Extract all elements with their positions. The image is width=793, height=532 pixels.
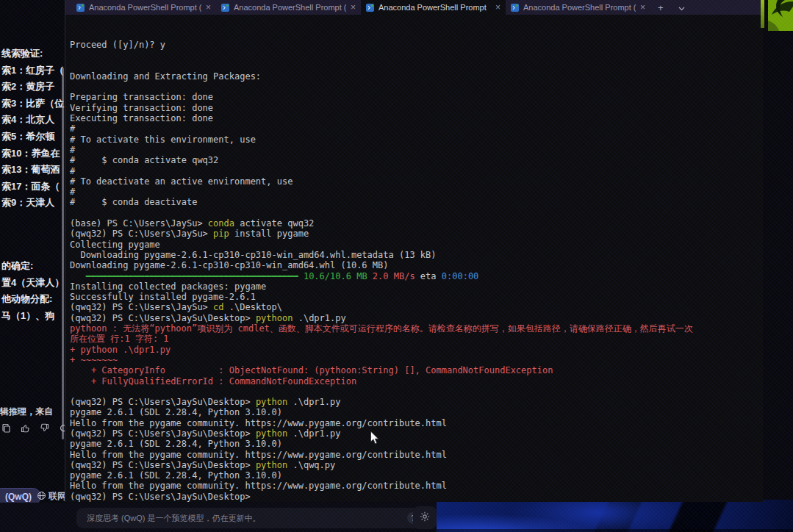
- terminal-line: Downloading pygame-2.6.1-cp310-cp310-win…: [70, 250, 763, 260]
- close-icon[interactable]: ×: [495, 3, 500, 12]
- terminal-line: pygame 2.6.1 (SDL 2.28.4, Python 3.10.0): [70, 470, 763, 481]
- tab-dropdown-button[interactable]: [671, 0, 692, 15]
- powershell-icon: [76, 4, 85, 12]
- model-notice-bar: 深度思考 (QwQ) 是一个预览模型，仍在更新中。 ?: [76, 508, 425, 528]
- desktop-wallpaper: [437, 500, 793, 532]
- terminal-line: Successfully installed pygame-2.6.1: [70, 292, 763, 302]
- terminal-line: Downloading and Extracting Packages:: [70, 71, 763, 82]
- terminal-line: + pythoon .\dpr1.py: [70, 345, 763, 355]
- terminal-output[interactable]: Proceed ([y]/n)? y Downloading and Extra…: [65, 15, 763, 502]
- tab-anaconda-powershell-1[interactable]: Anaconda PowerShell Prompt ( ×: [71, 0, 216, 15]
- chat-scrollbar[interactable]: [62, 68, 64, 439]
- terminal-line: [70, 50, 763, 60]
- terminal-line: + ~~~~~~~: [70, 355, 763, 365]
- tab-title: Anaconda PowerShell Prompt: [378, 3, 491, 12]
- close-icon[interactable]: ×: [206, 3, 211, 12]
- web-search-toggle[interactable]: 联网: [37, 490, 65, 503]
- terminal-line: # To activate this environment, use: [70, 134, 763, 145]
- nvidia-overlay-bar: [761, 0, 764, 28]
- powershell-icon: [366, 4, 374, 12]
- terminal-line: Downloading pygame-2.6.1-cp310-cp310-win…: [70, 260, 763, 270]
- new-tab-button[interactable]: +: [650, 0, 671, 15]
- close-icon[interactable]: ×: [351, 3, 356, 12]
- clue-line: 线索验证:: [1, 46, 63, 62]
- settings-button[interactable]: [413, 506, 437, 529]
- tab-title: Anaconda PowerShell Prompt (: [89, 3, 201, 12]
- web-search-label: 联网: [49, 490, 65, 503]
- gear-icon: [419, 511, 431, 525]
- terminal-line: #: [70, 123, 763, 134]
- clue-line: 索1：红房子（: [1, 62, 63, 79]
- terminal-line: Collecting pygame: [70, 240, 763, 250]
- terminal-tab-bar: Anaconda PowerShell Prompt ( × Anaconda …: [65, 0, 763, 15]
- result-line: 的确定:: [1, 258, 63, 275]
- clue-line: 索9：天津人: [1, 195, 63, 212]
- tab-title: Anaconda PowerShell Prompt (: [523, 3, 636, 12]
- terminal-line: (qwq32) PS C:\Users\JaySu\Desktop> pytho…: [70, 460, 763, 470]
- terminal-line: [70, 82, 763, 92]
- tab-title: Anaconda PowerShell Prompt (: [234, 3, 346, 12]
- result-list: 的确定:置4（天津人）他动物分配:马（1）、狗: [1, 258, 63, 324]
- clue-line: 索2：黄房子: [1, 79, 63, 96]
- mouse-cursor: [370, 431, 380, 448]
- copy-icon[interactable]: [1, 423, 11, 433]
- powershell-icon: [221, 4, 229, 12]
- terminal-line: # $ conda deactivate: [70, 197, 763, 207]
- terminal-line: (qwq32) PS C:\Users\JaySu\Desktop> pytho…: [70, 313, 763, 323]
- terminal-line: Proceed ([y]/n)? y: [70, 40, 763, 50]
- terminal-line: Hello from the pygame community. https:/…: [70, 481, 763, 491]
- clue-line: 索3：比萨（位: [1, 96, 63, 112]
- terminal-line: + CategoryInfo : ObjectNotFound: (pythoo…: [70, 365, 763, 375]
- thumbs-down-icon[interactable]: [40, 423, 49, 433]
- nvidia-overlay-icon[interactable]: [768, 0, 793, 31]
- terminal-line: Installing collected packages: pygame: [70, 281, 763, 292]
- thumbs-up-icon[interactable]: [21, 423, 30, 433]
- clue-line: 索10：养鱼在: [1, 145, 63, 162]
- terminal-line: (qwq32) PS C:\Users\JaySu> pip install p…: [70, 229, 763, 239]
- terminal-line: Hello from the pygame community. https:/…: [70, 450, 763, 460]
- terminal-line: pythoon : 无法将“pythoon”项识别为 cmdlet、函数、脚本文…: [70, 323, 763, 334]
- powershell-icon: [511, 4, 519, 12]
- terminal-line: Hello from the pygame community. https:/…: [70, 418, 763, 428]
- terminal-line: ━━━━━━━━━━━━━━━━━━━━━━━━━━━━━━━━━━━━━━━━…: [70, 271, 763, 281]
- terminal-line: [70, 387, 763, 397]
- terminal-line: [70, 61, 763, 71]
- result-line: 他动物分配:: [1, 291, 63, 308]
- terminal-line: 所在位置 行:1 字符: 1: [70, 334, 763, 344]
- close-icon[interactable]: ×: [640, 3, 645, 12]
- terminal-line: [70, 208, 763, 218]
- tab-anaconda-powershell-2[interactable]: Anaconda PowerShell Prompt ( ×: [216, 0, 361, 15]
- terminal-line: (qwq32) PS C:\Users\JaySu> cd .\Desktop\: [70, 302, 763, 312]
- result-line: 置4（天津人）: [1, 275, 63, 292]
- terminal-line: # $ conda activate qwq32: [70, 155, 763, 165]
- clue-line: 索5：希尔顿: [1, 129, 63, 145]
- clue-line: 索17：面条（: [1, 179, 63, 195]
- globe-icon: [37, 491, 46, 503]
- clue-line: 索13：葡萄酒: [1, 162, 63, 179]
- terminal-line: Executing transaction: done: [70, 113, 763, 123]
- model-notice-text: 深度思考 (QwQ) 是一个预览模型，仍在更新中。: [87, 513, 261, 524]
- terminal-line: Verifying transaction: done: [70, 103, 763, 113]
- tab-anaconda-powershell-3-active[interactable]: Anaconda PowerShell Prompt ×: [361, 0, 506, 15]
- chat-sidebar: 线索验证:索1：红房子（索2：黄房子索3：比萨（位索4：北京人索5：希尔顿索10…: [0, 0, 65, 532]
- clue-line: 索4：北京人: [1, 112, 63, 129]
- terminal-line: + FullyQualifiedErrorId : CommandNotFoun…: [70, 376, 763, 387]
- terminal-line: #: [70, 145, 763, 155]
- chat-footnote: 辑推理，来自: [0, 406, 53, 418]
- tab-anaconda-powershell-4[interactable]: Anaconda PowerShell Prompt ( ×: [506, 0, 650, 15]
- terminal-window: Anaconda PowerShell Prompt ( × Anaconda …: [65, 0, 763, 502]
- terminal-line: Preparing transaction: done: [70, 92, 763, 102]
- chevron-down-icon: [678, 2, 685, 13]
- message-action-row: [1, 423, 65, 433]
- terminal-line: (qwq32) PS C:\Users\JaySu\Desktop>: [70, 492, 763, 502]
- terminal-line: # To deactivate an active environment, u…: [70, 176, 763, 187]
- terminal-line: #: [70, 187, 763, 197]
- result-line: 马（1）、狗: [1, 308, 63, 325]
- model-pill-label: (QwQ): [5, 492, 32, 502]
- terminal-line: pygame 2.6.1 (SDL 2.28.4, Python 3.10.0): [70, 407, 763, 417]
- terminal-line: (qwq32) PS C:\Users\JaySu\Desktop> pytho…: [70, 397, 763, 407]
- terminal-line: #: [70, 166, 763, 176]
- terminal-line: pygame 2.6.1 (SDL 2.28.4, Python 3.10.0): [70, 439, 763, 449]
- clue-list: 线索验证:索1：红房子（索2：黄房子索3：比萨（位索4：北京人索5：希尔顿索10…: [1, 46, 63, 212]
- terminal-line: (base) PS C:\Users\JaySu> conda activate…: [70, 218, 763, 229]
